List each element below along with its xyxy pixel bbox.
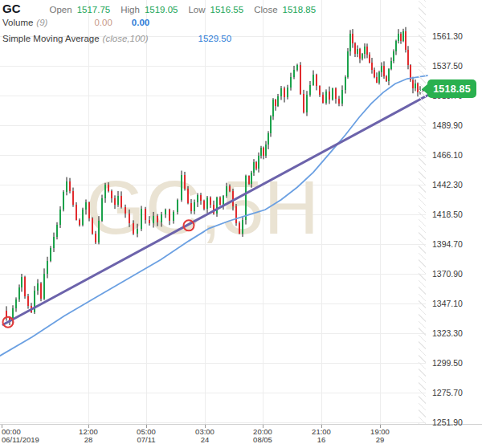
- candle-body: [76, 205, 78, 220]
- chart-canvas[interactable]: GC,5H: [0, 0, 482, 448]
- ohlc-label: Open: [50, 5, 72, 14]
- candle-body: [145, 209, 147, 220]
- candle-body: [95, 234, 97, 242]
- candle-body: [364, 47, 366, 54]
- candle-body: [69, 181, 71, 191]
- candle-body: [312, 75, 315, 84]
- time-axis-label: 12:0028: [79, 428, 98, 444]
- candle-body: [149, 220, 151, 224]
- candle-body: [177, 200, 179, 213]
- candle-body: [347, 51, 349, 78]
- candle-body: [173, 212, 175, 221]
- candle-body: [165, 210, 167, 214]
- candle-body: [120, 196, 123, 207]
- candle-body: [393, 51, 395, 61]
- candle-body: [303, 94, 305, 112]
- candle-body: [117, 196, 120, 205]
- candle-body: [59, 210, 62, 225]
- candle-body: [216, 198, 219, 214]
- candle-body: [203, 201, 206, 208]
- candle-body: [407, 50, 410, 65]
- candle-body: [378, 72, 381, 82]
- volume-value-1: 0.00: [94, 18, 112, 27]
- candle-body: [226, 186, 228, 196]
- candle-body: [290, 77, 292, 87]
- candle-body: [235, 206, 238, 224]
- volume-label: Volume: [2, 18, 33, 27]
- candle-body: [66, 181, 68, 193]
- ohlc-value: 1519.05: [145, 5, 178, 14]
- price-axis-label: 1394.70: [432, 239, 463, 249]
- price-axis-label: 1251.90: [432, 417, 463, 427]
- candle-body: [366, 47, 369, 55]
- candle-body: [388, 69, 390, 82]
- candle-body: [21, 277, 23, 287]
- candle-body: [197, 195, 199, 202]
- ohlc-value: 1516.55: [210, 5, 244, 14]
- time-axis-label: 05:0007/11: [137, 428, 156, 444]
- candle-body: [47, 261, 49, 274]
- candle-body: [386, 76, 388, 81]
- candle-body: [108, 185, 110, 191]
- trend-line[interactable]: [3, 95, 429, 325]
- price-axis-label: 1347.10: [432, 299, 463, 308]
- ohlc-value: 1517.75: [77, 5, 111, 14]
- ohlc-label: High: [120, 5, 140, 14]
- candle-body: [82, 210, 84, 225]
- candle-body: [374, 70, 376, 77]
- price-axis-label: 1370.90: [432, 269, 463, 279]
- candle-body: [229, 186, 231, 191]
- candle-body: [390, 61, 393, 68]
- candle-body: [415, 83, 417, 88]
- sma-indicator-row[interactable]: Simple Moving Average (close,100) 1529.5…: [2, 34, 326, 50]
- price-axis-label: 1275.70: [432, 388, 463, 397]
- candle-body: [37, 283, 39, 291]
- candle-body: [376, 77, 378, 82]
- candle-body: [133, 223, 135, 233]
- ohlc-label: Close: [254, 5, 277, 14]
- candle-body: [322, 95, 325, 102]
- candle-body: [253, 162, 255, 172]
- candle-body: [190, 203, 193, 210]
- candle-body: [111, 191, 113, 198]
- candle-body: [402, 31, 405, 41]
- candle-body: [114, 198, 116, 205]
- candle-body: [101, 198, 104, 221]
- volume-indicator-row[interactable]: Volume (9) 0.00 0.00: [2, 18, 326, 34]
- candle-body: [352, 34, 354, 43]
- time-axis[interactable]: 00:0006/11/201912:002805:0007/1103:00242…: [0, 424, 482, 448]
- candle-body: [400, 34, 402, 41]
- candle-body: [219, 198, 222, 205]
- candle-body: [335, 88, 337, 98]
- symbol-label: GC: [2, 2, 21, 15]
- candle-body: [129, 214, 131, 223]
- candle-body: [18, 287, 21, 300]
- candle-body: [341, 90, 344, 104]
- sma-param: (close,100): [103, 34, 149, 43]
- symbol-row[interactable]: GC Open1517.75High1519.05Low1516.55Close…: [2, 2, 326, 18]
- candle-body: [79, 220, 81, 225]
- candle-body: [357, 49, 359, 54]
- candle-body: [383, 66, 386, 75]
- time-axis-label: 20:0008/05: [253, 428, 272, 444]
- volume-param: (9): [36, 18, 47, 27]
- candle-body: [369, 55, 371, 62]
- candle-body: [161, 214, 163, 222]
- candle-body: [53, 237, 55, 248]
- candle-body: [72, 191, 75, 205]
- candle-body: [98, 221, 100, 242]
- candle-body: [270, 116, 272, 134]
- candle-body: [24, 277, 27, 295]
- candle-body: [239, 223, 241, 233]
- candle-body: [293, 70, 296, 77]
- candle-body: [40, 283, 43, 299]
- candle-body: [50, 248, 52, 261]
- candle-body: [258, 156, 260, 169]
- candle-body: [153, 216, 155, 223]
- candle-body: [88, 202, 91, 218]
- candle-body: [194, 202, 196, 211]
- candle-body: [85, 202, 88, 210]
- candle-body: [300, 65, 302, 94]
- candle-body: [272, 100, 275, 116]
- price-axis-label: 1323.30: [432, 328, 463, 338]
